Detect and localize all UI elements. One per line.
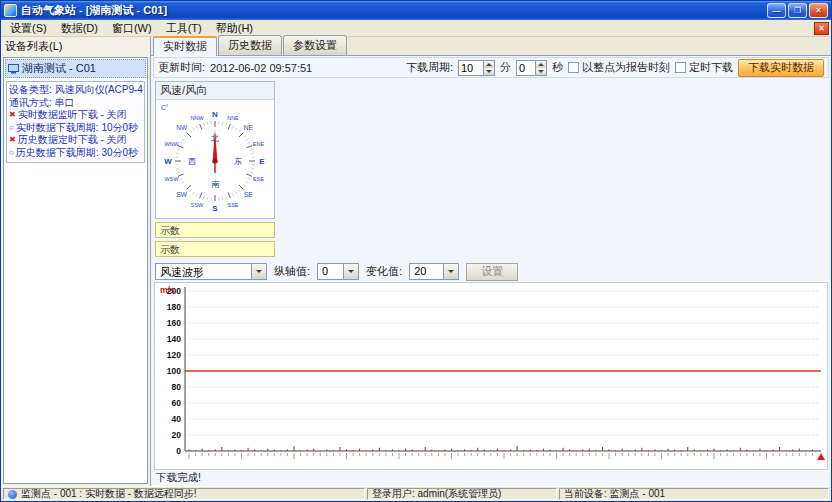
svg-text:SSE: SSE xyxy=(227,202,238,208)
seconds-down-icon[interactable] xyxy=(536,68,546,75)
svg-text:m/s: m/s xyxy=(160,285,175,295)
step-select[interactable]: 20 xyxy=(409,263,459,280)
minutes-up-icon[interactable] xyxy=(484,61,494,68)
svg-text:NNE: NNE xyxy=(227,115,239,121)
menu-item-4[interactable]: 帮助(H) xyxy=(209,20,260,37)
mdi-close-icon[interactable]: ✕ xyxy=(814,22,829,35)
tab-1[interactable]: 历史数据 xyxy=(218,35,282,55)
period-seconds-input[interactable] xyxy=(517,61,535,75)
svg-text:E: E xyxy=(259,157,265,166)
download-status-text: 下载完成! xyxy=(154,471,203,485)
status-message: 监测点 - 001 : 实时数据 - 数据远程同步! xyxy=(21,488,197,500)
wind-speed-readout: 示数 xyxy=(155,222,275,238)
app-window: 自动气象站 - [湖南测试 - C01] — ❐ ✕ 设置(S)数据(D)窗口(… xyxy=(0,0,832,502)
wind-panel-title: 风速/风向 xyxy=(156,82,274,100)
maximize-button[interactable]: ❐ xyxy=(788,3,807,18)
period-minutes-input[interactable] xyxy=(459,61,483,75)
chart-svg: 020406080100120140160180200m/s xyxy=(155,283,827,469)
minutes-down-icon[interactable] xyxy=(484,68,494,75)
device-info-line: 通讯方式: 串口 xyxy=(9,97,143,110)
period-seconds-stepper[interactable] xyxy=(516,60,547,76)
chart-controls: 风速波形 纵轴值: 0 变化值: 20 设置 xyxy=(155,262,827,281)
report-time-checkbox[interactable] xyxy=(568,62,579,73)
svg-text:120: 120 xyxy=(167,350,181,360)
device-sidebar: 设备列表(L) 湖南测试 - C01 设备类型: 风速风向仪(ACP9-4)通讯… xyxy=(1,37,151,486)
apply-settings-button[interactable]: 设置 xyxy=(466,263,518,281)
period-minutes-stepper[interactable] xyxy=(458,60,495,76)
svg-text:南: 南 xyxy=(211,180,220,189)
svg-text:NW: NW xyxy=(176,124,188,131)
device-info-line: ○实时数据下载周期: 10分0秒 xyxy=(9,122,143,135)
device-info-line: ○历史数据下载周期: 30分0秒 xyxy=(9,147,143,160)
report-time-checkbox-label: 以整点为报告时刻 xyxy=(582,60,670,75)
download-realtime-button[interactable]: 下载实时数据 xyxy=(738,59,824,77)
status-device: 当前设备: 监测点 - 001 xyxy=(559,488,829,500)
timed-download-checkbox[interactable] xyxy=(675,62,686,73)
svg-text:SW: SW xyxy=(177,191,188,198)
app-icon xyxy=(4,4,17,17)
series-select[interactable]: 风速波形 xyxy=(155,263,267,280)
tab-2[interactable]: 参数设置 xyxy=(283,35,347,55)
closed-x-icon: ✖ xyxy=(9,109,16,121)
svg-text:SSW: SSW xyxy=(191,202,204,208)
minutes-unit-label: 分 xyxy=(500,60,511,75)
tree-item-label: 湖南测试 - C01 xyxy=(22,61,96,76)
svg-text:160: 160 xyxy=(167,318,181,328)
svg-text:WNW: WNW xyxy=(164,141,179,147)
seconds-unit-label: 秒 xyxy=(552,60,563,75)
minimize-button[interactable]: — xyxy=(767,3,786,18)
chevron-down-icon[interactable] xyxy=(343,264,358,279)
step-label: 变化值: xyxy=(366,264,402,279)
window-title: 自动气象站 - [湖南测试 - C01] xyxy=(21,3,763,18)
svg-text:ESE: ESE xyxy=(253,176,264,182)
y-start-label: 纵轴值: xyxy=(274,264,310,279)
update-time-value: 2012-06-02 09:57:51 xyxy=(210,62,312,74)
svg-text:W: W xyxy=(164,157,172,166)
tree-item-device[interactable]: 湖南测试 - C01 xyxy=(5,59,146,78)
info-icon xyxy=(8,490,17,499)
wind-panel: 风速/风向 NNNENEENEEESESESSESSSWSWWSWWWNWNWN… xyxy=(155,81,275,257)
svg-text:SE: SE xyxy=(244,191,253,198)
tab-bar: 实时数据历史数据参数设置 xyxy=(151,37,831,56)
svg-text:东: 东 xyxy=(234,157,242,166)
closed-x-icon: ✖ xyxy=(9,134,16,146)
period-clock-icon: ○ xyxy=(9,122,14,134)
menubar-items: 设置(S)数据(D)窗口(W)工具(T)帮助(H) xyxy=(3,20,260,37)
menu-item-3[interactable]: 工具(T) xyxy=(159,20,209,37)
svg-text:40: 40 xyxy=(172,414,182,424)
svg-text:0: 0 xyxy=(176,446,181,456)
svg-text:S: S xyxy=(212,204,218,213)
device-info-line: ✖实时数据监听下载 - 关闭 xyxy=(9,109,143,122)
svg-text:60: 60 xyxy=(172,398,182,408)
device-icon xyxy=(8,64,19,74)
seconds-up-icon[interactable] xyxy=(536,61,546,68)
menu-item-2[interactable]: 窗口(W) xyxy=(105,20,159,37)
titlebar: 自动气象站 - [湖南测试 - C01] — ❐ ✕ xyxy=(1,1,831,20)
chevron-down-icon[interactable] xyxy=(443,264,458,279)
y-start-value: 0 xyxy=(318,264,343,279)
device-tree: 湖南测试 - C01 设备类型: 风速风向仪(ACP9-4)通讯方式: 串口✖实… xyxy=(3,57,148,484)
y-start-select[interactable]: 0 xyxy=(317,263,359,280)
svg-text:WSW: WSW xyxy=(165,176,180,182)
close-button[interactable]: ✕ xyxy=(809,3,828,18)
svg-text:140: 140 xyxy=(167,334,181,344)
update-time-label: 更新时间: xyxy=(158,60,205,75)
svg-text:180: 180 xyxy=(167,302,181,312)
chevron-down-icon[interactable] xyxy=(251,264,266,279)
step-value: 20 xyxy=(410,264,443,279)
menubar: 设置(S)数据(D)窗口(W)工具(T)帮助(H) ✕ xyxy=(1,20,831,37)
realtime-panel: 更新时间: 2012-06-02 09:57:51 下载周期: 分 xyxy=(151,56,831,486)
wind-direction-readout: 示数 xyxy=(155,241,275,257)
device-info: 设备类型: 风速风向仪(ACP9-4)通讯方式: 串口✖实时数据监听下载 - 关… xyxy=(6,81,145,163)
tab-0[interactable]: 实时数据 xyxy=(153,36,217,56)
status-user: 登录用户: admin(系统管理员) xyxy=(367,488,557,500)
svg-text:ENE: ENE xyxy=(253,141,265,147)
svg-text:N: N xyxy=(212,110,218,119)
menu-item-1[interactable]: 数据(D) xyxy=(54,20,105,37)
svg-text:20: 20 xyxy=(172,430,182,440)
timed-download-checkbox-label: 定时下载 xyxy=(689,60,733,75)
svg-text:C°: C° xyxy=(161,104,169,111)
menu-item-0[interactable]: 设置(S) xyxy=(3,20,54,37)
toolbar: 更新时间: 2012-06-02 09:57:51 下载周期: 分 xyxy=(153,57,829,78)
device-info-line: 设备类型: 风速风向仪(ACP9-4) xyxy=(9,84,143,97)
